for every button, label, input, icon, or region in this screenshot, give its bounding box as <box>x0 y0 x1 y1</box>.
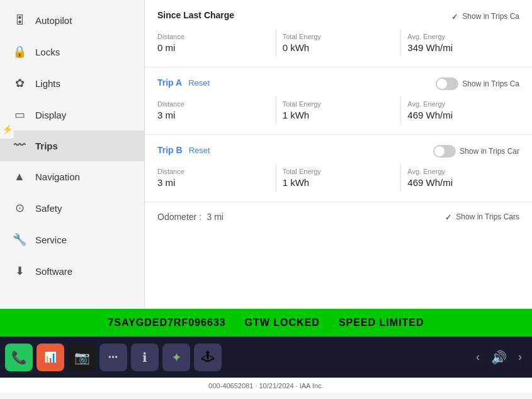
nav-prev-button[interactable]: ‹ <box>471 348 485 366</box>
taskbar: 📞 📊 📷 ••• ℹ ✦ 🕹 ‹ 🔊 › <box>0 337 532 378</box>
sidebar-item-display[interactable]: ▭ Display <box>0 99 144 130</box>
navigation-icon: ▲ <box>13 170 26 183</box>
taskbar-right-controls: ‹ 🔊 › <box>471 348 527 366</box>
trip-b-energy-label: Total Energy <box>283 168 395 175</box>
sidebar-label-trips: Trips <box>35 141 58 151</box>
trip-a-toggle[interactable] <box>436 78 458 90</box>
sidebar-item-safety[interactable]: ⊙ Safety <box>0 192 144 224</box>
audio-bars-icon[interactable]: 📊 <box>37 344 64 371</box>
trip-a-show-trips[interactable]: Show in Trips Ca <box>436 78 519 90</box>
sidebar-label-autopilot: Autopilot <box>35 15 72 26</box>
info-icon[interactable]: ℹ <box>131 344 159 371</box>
more-dots-icon[interactable]: ••• <box>99 344 127 371</box>
footer-text: 000-40652081 · 10/21/2024 · IAA Inc. <box>208 382 323 390</box>
trip-b-distance-label: Distance <box>157 168 269 175</box>
trip-b-section: Trip B Reset Show in Trips Car Distance … <box>145 135 532 202</box>
since-last-charge-distance-value: 0 mi <box>157 42 269 53</box>
trip-a-energy-label: Total Energy <box>283 100 395 108</box>
footer: 000-40652081 · 10/21/2024 · IAA Inc. <box>0 378 532 393</box>
trip-a-avg-value: 469 Wh/mi <box>407 110 519 120</box>
trip-a-distance: Distance 3 mi <box>157 96 269 124</box>
divider2 <box>400 29 401 57</box>
trip-a-header: Trip A Reset Show in Trips Ca <box>157 78 519 90</box>
trip-b-stats: Distance 3 mi Total Energy 1 kWh Avg. En… <box>157 164 519 192</box>
sidebar-item-software[interactable]: ⬇ Software <box>0 255 144 287</box>
since-last-charge-energy-label: Total Energy <box>283 33 395 40</box>
display-icon: ▭ <box>13 108 26 122</box>
volume-icon[interactable]: 🔊 <box>491 350 507 365</box>
sidebar-item-service[interactable]: 🔧 Service <box>0 224 144 255</box>
since-last-charge-avg-label: Avg. Energy <box>407 33 519 40</box>
left-edge-icon: ⚡ <box>0 120 14 139</box>
odometer-text: Odometer : 3 mi <box>157 211 224 223</box>
odometer-label: Odometer : <box>157 212 201 222</box>
trip-a-title-row: Trip A Reset <box>157 78 210 88</box>
trip-b-show-trips[interactable]: Show in Trips Car <box>433 145 519 158</box>
trip-b-title-row: Trip B Reset <box>157 145 210 155</box>
sidebar-item-navigation[interactable]: ▲ Navigation <box>0 161 144 192</box>
service-icon: 🔧 <box>13 233 26 246</box>
odometer-checkmark-icon: ✓ <box>445 212 452 222</box>
sidebar-item-locks[interactable]: 🔒 Locks <box>0 36 144 67</box>
sidebar: 🎛 Autopilot 🔒 Locks ✿ Lights ▭ Display 〰… <box>0 0 145 309</box>
trip-b-avg-label: Avg. Energy <box>407 168 519 175</box>
sidebar-item-trips[interactable]: 〰 Trips <box>0 130 144 161</box>
camera-icon[interactable]: 📷 <box>68 344 96 371</box>
divider6 <box>400 164 401 192</box>
star-icon[interactable]: ✦ <box>162 344 190 371</box>
odometer-row: Odometer : 3 mi ✓ Show in Trips Cars <box>145 202 532 231</box>
since-last-charge-section: Since Last Charge ✓ Show in Trips Ca Dis… <box>145 0 532 67</box>
sidebar-label-software: Software <box>35 266 72 277</box>
trip-b-show-label: Show in Trips Car <box>460 147 519 156</box>
autopilot-icon: 🎛 <box>13 14 26 27</box>
sidebar-label-lights: Lights <box>35 78 60 89</box>
divider1 <box>276 29 276 57</box>
trip-b-energy: Total Energy 1 kWh <box>283 164 395 192</box>
nav-next-button[interactable]: › <box>513 348 527 366</box>
sidebar-label-safety: Safety <box>35 203 62 214</box>
sidebar-label-display: Display <box>35 110 66 120</box>
sidebar-item-lights[interactable]: ✿ Lights <box>0 67 144 99</box>
since-last-charge-header: Since Last Charge ✓ Show in Trips Ca <box>157 10 519 23</box>
software-icon: ⬇ <box>13 264 26 278</box>
sidebar-label-navigation: Navigation <box>35 171 80 182</box>
odometer-show-trips[interactable]: ✓ Show in Trips Cars <box>445 212 519 222</box>
divider4 <box>400 96 401 124</box>
divider3 <box>276 96 276 124</box>
trip-b-toggle[interactable] <box>433 145 456 158</box>
gtw-locked-text: GTW LOCKED <box>245 317 320 328</box>
since-last-charge-avg-value: 349 Wh/mi <box>407 42 519 53</box>
since-last-charge-title: Since Last Charge <box>157 10 234 20</box>
odometer-value: 3 mi <box>207 212 223 222</box>
trip-a-avg-label: Avg. Energy <box>407 100 519 108</box>
divider5 <box>276 164 276 192</box>
trip-b-distance-value: 3 mi <box>157 177 269 188</box>
trips-icon: 〰 <box>13 139 26 153</box>
since-last-charge-distance-label: Distance <box>157 33 269 40</box>
vin-text: 7SAYGDED7RF096633 <box>108 317 225 328</box>
sidebar-label-locks: Locks <box>35 47 60 57</box>
trip-a-title[interactable]: Trip A <box>157 78 182 88</box>
trip-a-section: Trip A Reset Show in Trips Ca Distance 3… <box>145 67 532 135</box>
since-last-charge-show-trips[interactable]: ✓ Show in Trips Ca <box>451 12 519 21</box>
since-last-charge-avg-energy: Avg. Energy 349 Wh/mi <box>407 29 519 57</box>
trip-b-reset-button[interactable]: Reset <box>189 146 210 155</box>
joystick-icon[interactable]: 🕹 <box>194 344 222 371</box>
phone-icon[interactable]: 📞 <box>5 344 33 371</box>
sidebar-item-autopilot[interactable]: 🎛 Autopilot <box>0 5 144 36</box>
trip-b-avg-energy: Avg. Energy 469 Wh/mi <box>407 164 519 192</box>
trip-a-avg-energy: Avg. Energy 469 Wh/mi <box>407 96 519 124</box>
trip-a-distance-label: Distance <box>157 100 269 108</box>
trip-b-title[interactable]: Trip B <box>157 145 183 155</box>
trip-a-reset-button[interactable]: Reset <box>188 78 210 88</box>
trip-b-distance: Distance 3 mi <box>157 164 269 192</box>
since-last-charge-energy-value: 0 kWh <box>283 42 395 53</box>
sidebar-label-service: Service <box>35 234 67 245</box>
trip-a-show-label: Show in Trips Ca <box>462 79 519 88</box>
since-last-charge-distance: Distance 0 mi <box>157 29 269 57</box>
trip-a-stats: Distance 3 mi Total Energy 1 kWh Avg. En… <box>157 96 519 124</box>
since-last-charge-show-label: Show in Trips Ca <box>462 12 519 21</box>
trip-a-distance-value: 3 mi <box>157 110 269 120</box>
lock-icon: 🔒 <box>13 45 26 59</box>
main-content: Since Last Charge ✓ Show in Trips Ca Dis… <box>145 0 532 309</box>
